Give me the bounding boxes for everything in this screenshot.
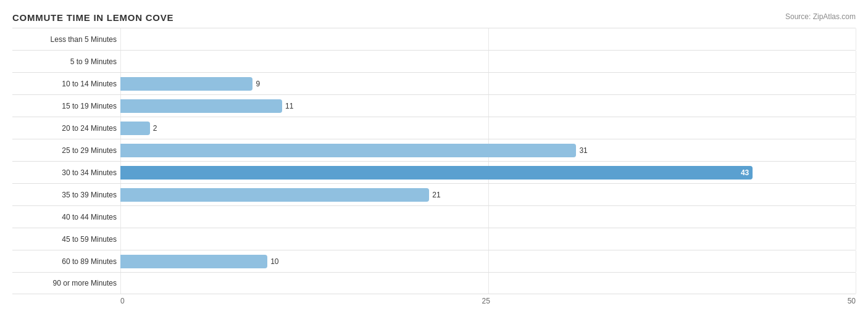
x-axis-labels: 02550 <box>120 297 856 305</box>
grid-line <box>856 95 856 117</box>
row-label: 40 to 44 Minutes <box>12 213 120 221</box>
bar-track: 31 <box>120 139 856 161</box>
table-row: 5 to 9 Minutes <box>12 50 856 72</box>
bar-value-label: 10 <box>270 257 278 266</box>
row-label: 45 to 59 Minutes <box>12 235 120 244</box>
row-label: 20 to 24 Minutes <box>12 124 120 133</box>
grid-line <box>488 206 489 228</box>
table-row: Less than 5 Minutes <box>12 28 856 50</box>
table-row: 90 or more Minutes <box>12 272 856 294</box>
grid-line <box>856 273 856 294</box>
bar-track: 11 <box>120 95 856 117</box>
grid-line <box>856 184 856 205</box>
chart-title: COMMUTE TIME IN LEMON COVE <box>12 12 856 23</box>
x-axis-label: 50 <box>848 297 856 305</box>
table-row: 15 to 19 Minutes11 <box>12 94 856 117</box>
grid-line <box>488 228 489 250</box>
grid-line <box>856 139 856 161</box>
grid-line <box>488 73 489 94</box>
grid-line <box>120 273 121 294</box>
bar-value-label: 11 <box>285 102 293 110</box>
bar-track: 9 <box>120 73 856 94</box>
bar-track <box>120 51 856 72</box>
grid-line <box>856 228 856 250</box>
grid-line <box>856 162 856 183</box>
bar-track <box>120 228 856 250</box>
bar-value-label: 9 <box>256 80 260 88</box>
chart-container: COMMUTE TIME IN LEMON COVE Source: ZipAt… <box>0 6 868 322</box>
bar-fill: 9 <box>120 77 252 91</box>
row-label: 5 to 9 Minutes <box>12 57 120 66</box>
bar-track: 43 <box>120 162 856 183</box>
bar-track <box>120 28 856 50</box>
grid-line <box>488 117 489 139</box>
grid-line <box>120 51 121 72</box>
bar-fill: 43 <box>120 166 753 180</box>
row-label: 90 or more Minutes <box>12 279 120 287</box>
source-text: Source: ZipAtlas.com <box>785 12 856 21</box>
grid-line <box>120 206 121 228</box>
table-row: 60 to 89 Minutes10 <box>12 250 856 272</box>
row-label: 25 to 29 Minutes <box>12 146 120 155</box>
row-label: 30 to 34 Minutes <box>12 168 120 177</box>
bar-fill: 31 <box>120 144 576 157</box>
row-label: Less than 5 Minutes <box>12 35 120 44</box>
grid-line <box>856 73 856 94</box>
table-row: 45 to 59 Minutes <box>12 228 856 250</box>
table-row: 20 to 24 Minutes2 <box>12 117 856 139</box>
bar-track <box>120 206 856 228</box>
grid-line <box>488 95 489 117</box>
x-axis: 02550 <box>120 297 856 305</box>
bar-fill: 21 <box>120 188 429 202</box>
row-label: 60 to 89 Minutes <box>12 257 120 266</box>
bar-value-label: 21 <box>432 191 440 199</box>
chart-area: Less than 5 Minutes5 to 9 Minutes10 to 1… <box>12 28 856 294</box>
grid-line <box>120 28 121 50</box>
bar-track: 21 <box>120 184 856 205</box>
bar-value-label: 31 <box>579 146 587 155</box>
grid-line <box>488 250 489 272</box>
row-label: 10 to 14 Minutes <box>12 80 120 88</box>
row-label: 15 to 19 Minutes <box>12 102 120 110</box>
x-axis-label: 25 <box>482 297 490 305</box>
bar-track: 2 <box>120 117 856 139</box>
bar-track: 10 <box>120 250 856 272</box>
grid-line <box>856 206 856 228</box>
table-row: 30 to 34 Minutes43 <box>12 161 856 183</box>
bar-track <box>120 273 856 294</box>
table-row: 10 to 14 Minutes9 <box>12 72 856 94</box>
grid-line <box>120 228 121 250</box>
grid-line <box>856 51 856 72</box>
table-row: 35 to 39 Minutes21 <box>12 183 856 205</box>
bar-fill: 2 <box>120 122 150 135</box>
grid-line <box>488 51 489 72</box>
bar-value-label: 2 <box>153 124 157 133</box>
row-label: 35 to 39 Minutes <box>12 191 120 199</box>
bar-fill: 10 <box>120 255 267 268</box>
grid-line <box>856 117 856 139</box>
grid-line <box>856 28 856 50</box>
grid-line <box>488 273 489 294</box>
bar-fill: 11 <box>120 99 282 113</box>
table-row: 25 to 29 Minutes31 <box>12 139 856 161</box>
grid-line <box>856 250 856 272</box>
bar-value-label: 43 <box>741 168 749 177</box>
grid-line <box>488 28 489 50</box>
table-row: 40 to 44 Minutes <box>12 205 856 228</box>
x-axis-label: 0 <box>120 297 125 305</box>
grid-line <box>488 184 489 205</box>
